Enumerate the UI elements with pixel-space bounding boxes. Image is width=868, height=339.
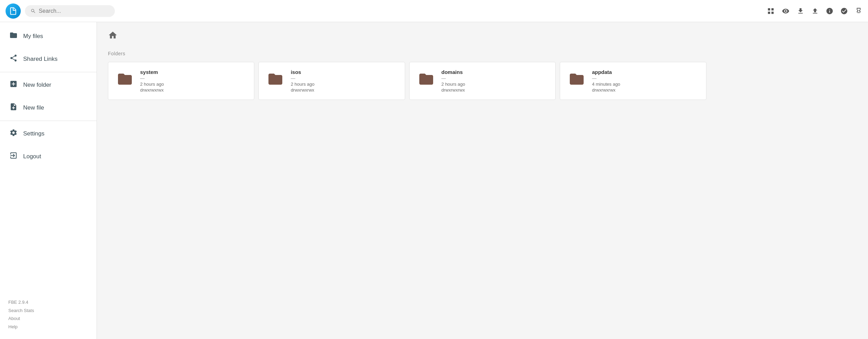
sidebar-label-my-files: My files [23, 33, 43, 40]
search-stats-link[interactable]: Search Stats [8, 307, 88, 314]
folder-info-domains: domains — 2 hours ago drwxrwxrwx [441, 69, 465, 93]
folder-icon [9, 31, 18, 41]
folder-dash-appdata: — [592, 76, 620, 81]
folder-name-system: system [140, 69, 164, 75]
folder-grid: system — 2 hours ago drwxrwxrwx isos — 2… [108, 62, 857, 100]
sidebar-footer: FBE 2.9.4 Search Stats About Help [0, 293, 97, 336]
sidebar-item-new-file[interactable]: New file [0, 96, 97, 119]
folder-time-isos: 2 hours ago [291, 82, 314, 87]
sidebar-divider-2 [0, 121, 97, 121]
help-link[interactable]: Help [8, 323, 88, 331]
folder-icon-system [117, 71, 133, 91]
folder-info-system: system — 2 hours ago drwxrwxrwx [140, 69, 164, 93]
download-icon[interactable] [797, 7, 804, 15]
folder-card-isos[interactable]: isos — 2 hours ago drwxrwxrwx [258, 62, 405, 100]
sidebar-label-settings: Settings [23, 130, 44, 137]
sidebar-label-logout: Logout [23, 153, 41, 160]
folders-label: Folders [108, 51, 857, 56]
folder-time-system: 2 hours ago [140, 82, 164, 87]
folder-icon-domains [418, 71, 435, 91]
settings-icon [9, 129, 18, 139]
sidebar-label-new-file: New file [23, 104, 44, 111]
header-right [767, 7, 862, 15]
sidebar-label-new-folder: New folder [23, 82, 51, 88]
eye-icon[interactable] [782, 7, 790, 15]
folder-perms-appdata: drwxrwxrwx [592, 87, 620, 93]
folder-card-system[interactable]: system — 2 hours ago drwxrwxrwx [108, 62, 254, 100]
folder-name-domains: domains [441, 69, 465, 75]
folder-perms-isos: drwxrwxrwx [291, 87, 314, 93]
share-icon [9, 54, 18, 64]
search-bar[interactable] [25, 5, 115, 17]
folder-time-domains: 2 hours ago [441, 82, 465, 87]
logo[interactable] [6, 3, 21, 19]
grid-view-icon[interactable] [767, 7, 775, 15]
hourglass-icon[interactable] [855, 7, 862, 15]
folder-info-appdata: appdata — 4 minutes ago drwxrwxrwx [592, 69, 620, 93]
content-header [108, 30, 857, 43]
folder-dash-domains: — [441, 76, 465, 81]
search-icon [30, 8, 36, 14]
logout-icon [9, 151, 18, 162]
folder-icon-appdata [568, 71, 585, 91]
sidebar: My files Shared Links New folder New fil… [0, 22, 97, 339]
search-input[interactable] [39, 8, 109, 14]
sidebar-item-settings[interactable]: Settings [0, 122, 97, 145]
about-link[interactable]: About [8, 314, 88, 322]
main-layout: My files Shared Links New folder New fil… [0, 22, 868, 339]
folder-dash-isos: — [291, 76, 314, 81]
folder-dash-system: — [140, 76, 164, 81]
folder-icon-isos [267, 71, 284, 91]
add-box-icon [9, 80, 18, 90]
folder-name-appdata: appdata [592, 69, 620, 75]
folder-card-appdata[interactable]: appdata — 4 minutes ago drwxrwxrwx [560, 62, 706, 100]
note-add-icon [9, 103, 18, 113]
sidebar-label-shared-links: Shared Links [23, 56, 57, 63]
header-left [6, 3, 115, 19]
info-icon[interactable] [826, 7, 833, 15]
folder-info-isos: isos — 2 hours ago drwxrwxrwx [291, 69, 314, 93]
folder-perms-system: drwxrwxrwx [140, 87, 164, 93]
header [0, 0, 868, 22]
upload-icon[interactable] [811, 7, 819, 15]
folder-name-isos: isos [291, 69, 314, 75]
folder-card-domains[interactable]: domains — 2 hours ago drwxrwxrwx [409, 62, 556, 100]
folder-perms-domains: drwxrwxrwx [441, 87, 465, 93]
sidebar-item-my-files[interactable]: My files [0, 25, 97, 48]
sidebar-item-new-folder[interactable]: New folder [0, 74, 97, 96]
sidebar-divider-1 [0, 72, 97, 72]
sidebar-item-logout[interactable]: Logout [0, 145, 97, 168]
version-label: FBE 2.9.4 [8, 298, 88, 306]
home-icon[interactable] [108, 30, 118, 43]
folder-time-appdata: 4 minutes ago [592, 82, 620, 87]
sidebar-item-shared-links[interactable]: Shared Links [0, 48, 97, 70]
checkmark-icon[interactable] [840, 7, 848, 15]
content: Folders system — 2 hours ago drwxrwxrwx [97, 22, 868, 339]
